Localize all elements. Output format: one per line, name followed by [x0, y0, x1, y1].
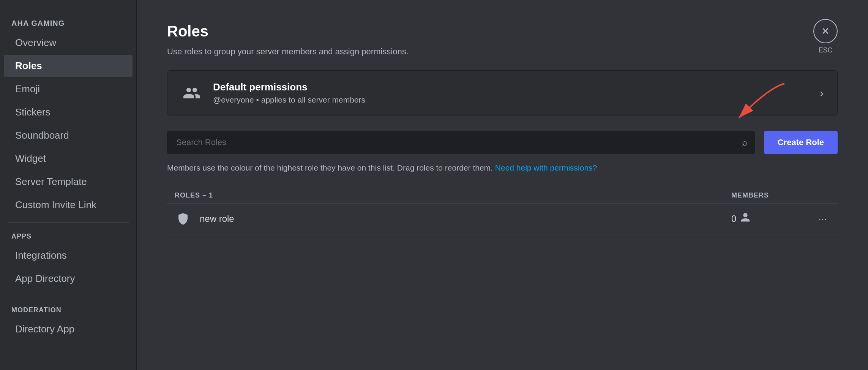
sidebar-item-label-integrations: Integrations	[15, 250, 67, 261]
default-permissions-subtitle: @everyone • applies to all server member…	[213, 95, 820, 104]
default-permissions-text: Default permissions @everyone • applies …	[213, 81, 820, 104]
sidebar: AHA GAMING Overview Roles Emoji Stickers…	[0, 0, 137, 370]
people-icon	[181, 82, 202, 104]
role-ellipsis-button[interactable]: ···	[815, 211, 830, 226]
chevron-right-icon: ›	[820, 87, 824, 100]
search-icon-button[interactable]: ⌕	[742, 137, 747, 148]
search-create-row: ⌕ Create Role	[167, 131, 838, 154]
role-members-count: 0	[731, 212, 807, 225]
column-members: MEMBERS	[731, 191, 807, 199]
sidebar-item-label-roles: Roles	[15, 60, 42, 71]
sidebar-item-roles[interactable]: Roles	[4, 55, 133, 77]
close-button[interactable]: ✕	[813, 19, 838, 43]
help-link[interactable]: Need help with permissions?	[495, 163, 597, 172]
role-actions: ···	[807, 211, 830, 226]
shield-icon	[175, 210, 191, 227]
sidebar-item-stickers[interactable]: Stickers	[4, 101, 133, 123]
esc-button-container: ✕ ESC	[813, 19, 838, 54]
search-wrapper: ⌕	[167, 131, 755, 154]
sidebar-item-label-stickers: Stickers	[15, 106, 50, 118]
default-permissions-card[interactable]: Default permissions @everyone • applies …	[167, 70, 838, 115]
sidebar-item-label-app-directory: App Directory	[15, 273, 75, 284]
sidebar-item-label-directory-app: Directory App	[15, 323, 74, 335]
sidebar-divider-apps	[8, 222, 129, 223]
sidebar-item-integrations[interactable]: Integrations	[4, 244, 133, 267]
role-name: new role	[200, 213, 731, 224]
main-content: ✕ ESC Roles Use roles to group your serv…	[137, 0, 868, 370]
sidebar-item-emoji[interactable]: Emoji	[4, 78, 133, 100]
sidebar-item-server-template[interactable]: Server Template	[4, 171, 133, 193]
search-input[interactable]	[167, 131, 755, 154]
sidebar-divider-moderation	[8, 296, 129, 296]
sidebar-item-label-widget: Widget	[15, 153, 46, 164]
column-roles: ROLES – 1	[175, 191, 731, 199]
page-title: Roles	[167, 23, 838, 40]
sidebar-item-label-soundboard: Soundboard	[15, 130, 69, 141]
close-icon: ✕	[821, 25, 830, 37]
server-name-label: AHA GAMING	[0, 15, 136, 31]
search-icon: ⌕	[742, 137, 747, 147]
member-icon	[740, 212, 751, 225]
sidebar-item-label-emoji: Emoji	[15, 83, 40, 95]
default-permissions-title: Default permissions	[213, 81, 820, 93]
sidebar-item-label-overview: Overview	[15, 37, 56, 48]
page-description: Use roles to group your server members a…	[167, 47, 838, 57]
sidebar-item-label-custom-invite-link: Custom Invite Link	[15, 199, 96, 210]
sidebar-item-overview[interactable]: Overview	[4, 32, 133, 54]
roles-table-header: ROLES – 1 MEMBERS	[167, 188, 838, 204]
sidebar-item-widget[interactable]: Widget	[4, 147, 133, 170]
table-row[interactable]: new role 0 ···	[167, 204, 838, 234]
esc-label: ESC	[818, 46, 832, 54]
create-role-button[interactable]: Create Role	[764, 131, 838, 154]
sidebar-item-label-server-template: Server Template	[15, 176, 87, 187]
moderation-section-label: MODERATION	[0, 302, 136, 317]
sidebar-item-soundboard[interactable]: Soundboard	[4, 124, 133, 147]
sidebar-item-custom-invite-link[interactable]: Custom Invite Link	[4, 194, 133, 216]
help-text: Members use the colour of the highest ro…	[167, 162, 838, 174]
apps-section-label: APPS	[0, 229, 136, 244]
sidebar-item-directory-app[interactable]: Directory App	[4, 318, 133, 340]
roles-table: ROLES – 1 MEMBERS new role 0 ···	[167, 188, 838, 234]
sidebar-item-app-directory[interactable]: App Directory	[4, 267, 133, 290]
